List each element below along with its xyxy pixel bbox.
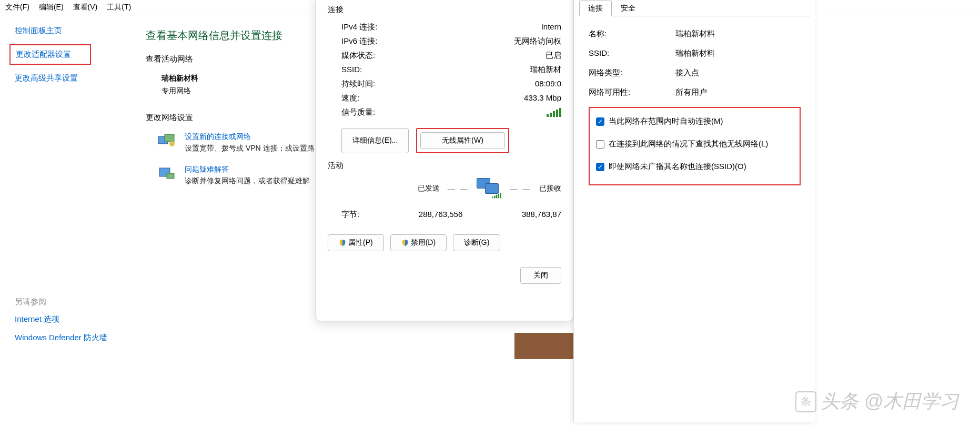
name-label: 名称: xyxy=(589,29,675,39)
see-also-header: 另请参阅 xyxy=(15,297,107,307)
auto-connect-checkbox[interactable] xyxy=(596,117,604,126)
tab-security[interactable]: 安全 xyxy=(612,1,644,16)
connection-section-title: 连接 xyxy=(328,5,561,15)
close-button[interactable]: 关闭 xyxy=(520,267,561,284)
properties-button[interactable]: 属性(P) xyxy=(328,234,384,251)
speed-value: 433.3 Mbp xyxy=(524,93,561,103)
media-state-value: 已启 xyxy=(545,51,561,61)
media-state-label: 媒体状态: xyxy=(341,51,375,61)
watermark-text: 头条 @木田学习 xyxy=(821,389,959,414)
setup-connection-link[interactable]: 设置新的连接或网络 xyxy=(185,132,315,142)
tab-bar: 连接 安全 xyxy=(574,0,815,16)
signal-label: 信号质量: xyxy=(341,107,375,118)
look-other-networks-checkbox[interactable] xyxy=(596,140,604,149)
shield-icon xyxy=(339,239,346,246)
watermark: 条 头条 @木田学习 xyxy=(795,389,959,414)
network-type-value: 接入点 xyxy=(675,68,699,78)
menu-view[interactable]: 查看(V) xyxy=(73,3,98,12)
sidebar: 控制面板主页 更改适配器设置 更改高级共享设置 xyxy=(0,15,134,197)
ssid-value: 瑞柏新材 xyxy=(530,65,561,75)
svg-rect-1 xyxy=(165,134,174,142)
sidebar-sharing-settings[interactable]: 更改高级共享设置 xyxy=(15,73,134,83)
troubleshoot-desc: 诊断并修复网络问题，或者获得疑难解 xyxy=(185,176,310,186)
bytes-received-value: 388,763,87 xyxy=(522,210,561,220)
bytes-label: 字节: xyxy=(341,210,359,220)
highlight-box: 无线属性(W) xyxy=(416,128,509,153)
ssid-value-2: 瑞柏新材料 xyxy=(675,48,715,58)
internet-options-link[interactable]: Internet 选项 xyxy=(15,314,107,324)
signal-bars-icon xyxy=(547,107,561,118)
received-label: 已接收 xyxy=(539,184,561,193)
wlan-status-dialog: 连接 IPv4 连接:Intern IPv6 连接:无网络访问权 媒体状态:已启… xyxy=(316,0,573,321)
ipv4-value: Intern xyxy=(541,22,561,32)
background-strip xyxy=(514,333,573,359)
sidebar-adapter-settings[interactable]: 更改适配器设置 xyxy=(9,44,91,65)
troubleshoot-link[interactable]: 问题疑难解答 xyxy=(185,165,310,174)
auto-connect-label: 当此网络在范围内时自动连接(M) xyxy=(609,116,723,126)
ipv4-label: IPv4 连接: xyxy=(341,22,377,32)
details-button[interactable]: 详细信息(E)... xyxy=(341,128,409,153)
ipv6-value: 无网络访问权 xyxy=(514,36,561,46)
setup-connection-desc: 设置宽带、拨号或 VPN 连接；或设置路 xyxy=(185,144,315,153)
speed-label: 速度: xyxy=(341,93,359,103)
name-value: 瑞柏新材料 xyxy=(675,29,715,39)
troubleshoot-icon xyxy=(156,165,177,182)
see-also-section: 另请参阅 Internet 选项 Windows Defender 防火墙 xyxy=(15,297,107,351)
bytes-sent-value: 288,763,556 xyxy=(359,210,522,220)
wireless-properties-button[interactable]: 无线属性(W) xyxy=(420,132,505,149)
connect-hidden-label: 即使网络未广播其名称也连接(SSID)(O) xyxy=(609,162,746,172)
sent-label: 已发送 xyxy=(418,184,440,193)
menu-tools[interactable]: 工具(T) xyxy=(107,3,131,12)
duration-label: 持续时间: xyxy=(341,79,375,89)
svg-rect-4 xyxy=(167,173,174,179)
ssid-label: SSID: xyxy=(341,65,362,75)
look-other-networks-label: 在连接到此网络的情况下查找其他无线网络(L) xyxy=(609,139,768,149)
diagnose-button[interactable]: 诊断(G) xyxy=(453,234,500,251)
activity-section-title: 活动 xyxy=(328,161,561,171)
network-setup-icon xyxy=(156,132,177,149)
sidebar-home[interactable]: 控制面板主页 xyxy=(15,26,134,36)
ipv6-label: IPv6 连接: xyxy=(341,36,377,46)
dash-icon: — — xyxy=(448,184,469,193)
menu-edit[interactable]: 编辑(E) xyxy=(39,3,64,12)
ssid-label-2: SSID: xyxy=(589,48,675,58)
svg-point-2 xyxy=(169,141,175,146)
connect-hidden-checkbox[interactable] xyxy=(596,163,604,171)
dash-icon: — — xyxy=(510,184,531,193)
defender-firewall-link[interactable]: Windows Defender 防火墙 xyxy=(15,333,107,343)
shield-icon xyxy=(401,239,409,246)
checkbox-group-highlight: 当此网络在范围内时自动连接(M) 在连接到此网络的情况下查找其他无线网络(L) … xyxy=(589,107,801,185)
menu-file[interactable]: 文件(F) xyxy=(5,3,29,12)
watermark-logo-icon: 条 xyxy=(795,391,816,412)
disable-button[interactable]: 禁用(D) xyxy=(390,234,447,251)
network-type-label: 网络类型: xyxy=(589,68,675,78)
activity-computers-icon xyxy=(477,178,502,199)
availability-label: 网络可用性: xyxy=(589,87,675,97)
availability-value: 所有用户 xyxy=(675,87,707,97)
duration-value: 08:09:0 xyxy=(535,79,561,89)
wireless-properties-dialog: 连接 安全 名称:瑞柏新材料 SSID:瑞柏新材料 网络类型:接入点 网络可用性… xyxy=(573,0,815,422)
tab-connection[interactable]: 连接 xyxy=(579,1,612,16)
